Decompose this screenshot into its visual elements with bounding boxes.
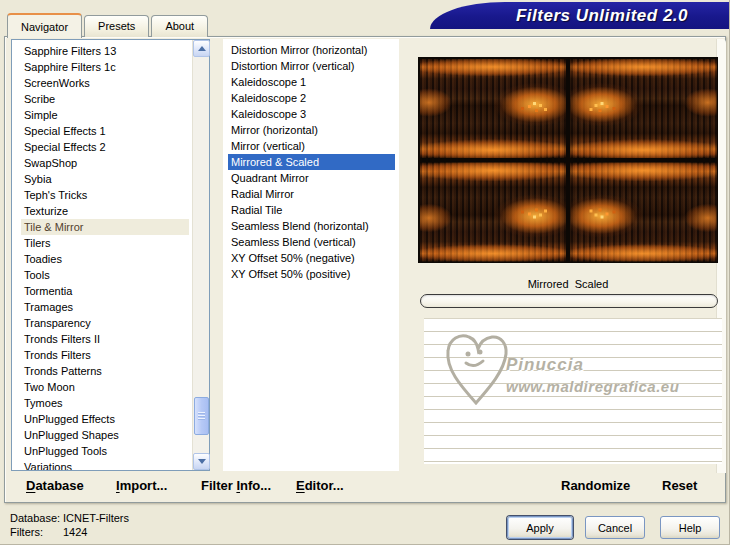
category-item-special-effects-2[interactable]: Special Effects 2 bbox=[21, 139, 189, 155]
navigator-panel: Sapphire Filters 13Sapphire Filters 1cSc… bbox=[4, 36, 726, 503]
database-button[interactable]: Database bbox=[26, 478, 84, 493]
category-list[interactable]: Sapphire Filters 13Sapphire Filters 1cSc… bbox=[11, 39, 210, 471]
filter-item-distortion-mirror-horizontal[interactable]: Distortion Mirror (horizontal) bbox=[228, 42, 395, 58]
scroll-up-icon[interactable] bbox=[193, 40, 210, 57]
tab-navigator[interactable]: Navigator bbox=[7, 13, 82, 38]
category-item-texturize[interactable]: Texturize bbox=[21, 203, 189, 219]
category-item-screenworks[interactable]: ScreenWorks bbox=[21, 75, 189, 91]
tab-about[interactable]: About bbox=[151, 15, 208, 37]
filter-info-button[interactable]: Filter Info... bbox=[201, 478, 271, 493]
title-banner: Filters Unlimited 2.0 bbox=[430, 2, 729, 29]
preview-image bbox=[418, 57, 718, 263]
filter-item-seamless-blend-vertical[interactable]: Seamless Blend (vertical) bbox=[228, 234, 395, 250]
filters-unlimited-window: Filters Unlimited 2.0 NavigatorPresetsAb… bbox=[0, 0, 730, 545]
filter-item-radial-tile[interactable]: Radial Tile bbox=[228, 202, 395, 218]
filter-caption: Mirrored Scaled bbox=[418, 275, 718, 293]
filter-item-distortion-mirror-vertical[interactable]: Distortion Mirror (vertical) bbox=[228, 58, 395, 74]
preview-tile bbox=[571, 163, 717, 262]
category-item-toadies[interactable]: Toadies bbox=[21, 251, 189, 267]
category-item-tools[interactable]: Tools bbox=[21, 267, 189, 283]
filter-list[interactable]: Distortion Mirror (horizontal)Distortion… bbox=[223, 39, 399, 471]
preview-tile bbox=[420, 163, 566, 262]
category-item-sapphire-filters-13[interactable]: Sapphire Filters 13 bbox=[21, 43, 189, 59]
filter-item-mirror-horizontal[interactable]: Mirror (horizontal) bbox=[228, 122, 395, 138]
category-item-simple[interactable]: Simple bbox=[21, 107, 189, 123]
parameter-list-area: Pinuccia www.maldiregrafica.eu bbox=[424, 318, 722, 464]
category-item-teph-s-tricks[interactable]: Teph's Tricks bbox=[21, 187, 189, 203]
watermark: Pinuccia www.maldiregrafica.eu bbox=[440, 327, 700, 447]
watermark-url: www.maldiregrafica.eu bbox=[506, 378, 679, 395]
cancel-button[interactable]: Cancel bbox=[585, 516, 645, 539]
parameter-slider[interactable] bbox=[420, 294, 718, 308]
category-item-unplugged-shapes[interactable]: UnPlugged Shapes bbox=[21, 427, 189, 443]
filter-item-kaleidoscope-1[interactable]: Kaleidoscope 1 bbox=[228, 74, 395, 90]
category-item-sapphire-filters-1c[interactable]: Sapphire Filters 1c bbox=[21, 59, 189, 75]
scrollbar-thumb[interactable] bbox=[194, 397, 209, 435]
category-item-unplugged-effects[interactable]: UnPlugged Effects bbox=[21, 411, 189, 427]
category-item-tronds-patterns[interactable]: Tronds Patterns bbox=[21, 363, 189, 379]
database-label: Database: bbox=[10, 512, 60, 524]
editor-button[interactable]: Editor... bbox=[296, 478, 344, 493]
filter-item-mirrored-scaled[interactable]: Mirrored & Scaled bbox=[228, 154, 395, 170]
reset-button[interactable]: Reset bbox=[662, 478, 697, 493]
filter-item-quadrant-mirror[interactable]: Quadrant Mirror bbox=[228, 170, 395, 186]
category-item-tile-mirror[interactable]: Tile & Mirror bbox=[21, 219, 189, 235]
import-button[interactable]: Import... bbox=[116, 478, 167, 493]
filter-item-mirror-vertical[interactable]: Mirror (vertical) bbox=[228, 138, 395, 154]
filter-item-radial-mirror[interactable]: Radial Mirror bbox=[228, 186, 395, 202]
help-button[interactable]: Help bbox=[660, 516, 720, 539]
category-item-tronds-filters-ii[interactable]: Tronds Filters II bbox=[21, 331, 189, 347]
scroll-down-icon[interactable] bbox=[193, 453, 210, 470]
heart-smiley-icon bbox=[440, 327, 510, 409]
filter-item-kaleidoscope-3[interactable]: Kaleidoscope 3 bbox=[228, 106, 395, 122]
filter-item-seamless-blend-horizontal[interactable]: Seamless Blend (horizontal) bbox=[228, 218, 395, 234]
category-item-sybia[interactable]: Sybia bbox=[21, 171, 189, 187]
preview-tile bbox=[571, 59, 717, 158]
category-scrollbar[interactable] bbox=[192, 40, 209, 470]
filter-item-xy-offset-50-positive[interactable]: XY Offset 50% (positive) bbox=[228, 266, 395, 282]
category-item-two-moon[interactable]: Two Moon bbox=[21, 379, 189, 395]
filter-item-xy-offset-50-negative[interactable]: XY Offset 50% (negative) bbox=[228, 250, 395, 266]
window-title: Filters Unlimited 2.0 bbox=[516, 6, 688, 26]
filter-item-kaleidoscope-2[interactable]: Kaleidoscope 2 bbox=[228, 90, 395, 106]
tab-presets[interactable]: Presets bbox=[84, 15, 149, 37]
category-item-swapshop[interactable]: SwapShop bbox=[21, 155, 189, 171]
category-item-tymoes[interactable]: Tymoes bbox=[21, 395, 189, 411]
database-value: ICNET-Filters bbox=[63, 512, 129, 524]
tab-bar: NavigatorPresetsAbout bbox=[7, 13, 208, 37]
category-item-unplugged-tools[interactable]: UnPlugged Tools bbox=[21, 443, 189, 459]
category-item-tilers[interactable]: Tilers bbox=[21, 235, 189, 251]
category-item-tronds-filters[interactable]: Tronds Filters bbox=[21, 347, 189, 363]
category-item-scribe[interactable]: Scribe bbox=[21, 91, 189, 107]
category-item-special-effects-1[interactable]: Special Effects 1 bbox=[21, 123, 189, 139]
watermark-name: Pinuccia bbox=[506, 355, 679, 375]
randomize-button[interactable]: Randomize bbox=[561, 478, 630, 493]
category-item-tormentia[interactable]: Tormentia bbox=[21, 283, 189, 299]
filters-count-label: Filters: bbox=[10, 526, 43, 538]
preview-tile bbox=[420, 59, 566, 158]
command-row: Database Import... Filter Info... Editor… bbox=[5, 474, 725, 502]
apply-button[interactable]: Apply bbox=[507, 516, 573, 539]
filters-count-value: 1424 bbox=[63, 526, 87, 538]
category-item-variations[interactable]: Variations bbox=[21, 459, 189, 471]
category-item-tramages[interactable]: Tramages bbox=[21, 299, 189, 315]
category-item-transparency[interactable]: Transparency bbox=[21, 315, 189, 331]
